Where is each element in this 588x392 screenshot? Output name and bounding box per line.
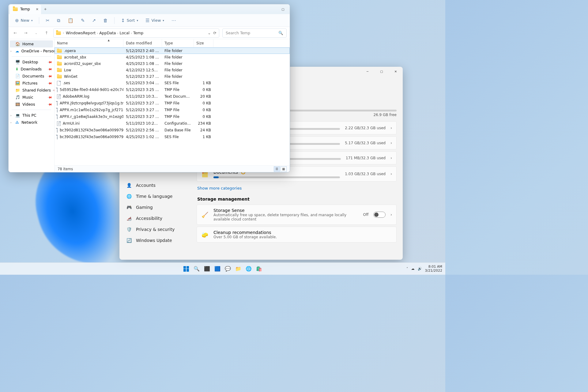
file-row[interactable]: APPX.m1c1wf0o1s292vp7g_jcf271g.tmp 5/12/… — [55, 107, 290, 113]
ellipsis-icon: ⋯ — [172, 18, 176, 23]
folder-icon — [57, 55, 62, 59]
tray-chevron-icon[interactable]: ˄ — [406, 267, 408, 271]
cleanup-recommendations-row[interactable]: 🧽 Cleanup recommendations Over 5.00 GB o… — [197, 227, 397, 243]
onedrive-tray-icon[interactable]: ☁ — [411, 267, 415, 271]
scissors-icon: ✂ — [46, 18, 50, 23]
sidebar-item[interactable]: 📄 Documents 📌 — [9, 73, 54, 80]
file-row[interactable]: acrord32_super_sbx 4/25/2023 1:08 AM Fil… — [55, 60, 290, 67]
sidebar-item-this-pc[interactable]: ›💻This PC — [9, 112, 54, 119]
settings-nav-item[interactable]: 🔄 Windows Update — [122, 235, 194, 246]
view-button[interactable]: ☰View▾ — [143, 16, 167, 25]
forward-button[interactable]: → — [22, 31, 29, 35]
file-row[interactable]: .ses 5/12/2023 3:04 AM SES File 1 KB — [55, 80, 290, 86]
sidebar-item[interactable]: 🖼️ Pictures 📌 — [9, 80, 54, 87]
settings-nav-item[interactable]: 🎮 Gaming — [122, 202, 194, 213]
cut-button[interactable]: ✂ — [43, 16, 52, 25]
file-row[interactable]: Low 4/12/2023 12:56 AM File folder — [55, 67, 290, 73]
sidebar-item-home[interactable]: 🏠Home — [10, 40, 53, 47]
file-row[interactable]: acrobat_sbx 4/25/2023 1:08 AM File folde… — [55, 54, 290, 60]
col-name[interactable]: ▲Name — [55, 39, 123, 47]
file-row[interactable]: ArmUI.ini 5/11/2023 10:26 PM Configurati… — [55, 120, 290, 127]
explorer-toolbar: ⊕New▾ ✂ ⧉ 📋 ✎ ↗ 🗑 ↕Sort▾ ☰View▾ ⋯ — [9, 14, 290, 27]
tab-close-button[interactable]: ✕ — [36, 7, 39, 11]
taskbar-edge[interactable]: 🌐 — [244, 265, 253, 273]
chat-button[interactable]: 💬 — [224, 265, 232, 273]
file-row[interactable]: 5d59528e-f0e0-44dd-9d01-e20c748d067f....… — [55, 86, 290, 93]
chevron-down-icon: ▾ — [163, 19, 164, 22]
file-row[interactable]: .opera 5/12/2023 2:40 AM File folder — [55, 47, 290, 54]
sidebar-item[interactable]: ⬇ Downloads 📌 — [9, 66, 54, 73]
sidebar-item-network[interactable]: ›🖧Network — [9, 119, 54, 126]
settings-nav-item[interactable]: 🛡️ Privacy & security — [122, 224, 194, 235]
taskbar-explorer[interactable]: 📁 — [234, 265, 243, 273]
sidebar-item[interactable]: 🎞️ Videos 📌 — [9, 101, 54, 108]
explorer-sidebar: 🏠Home ›☁OneDrive - Persona 🖥️ Desktop 📌 … — [9, 39, 55, 172]
sidebar-item-onedrive[interactable]: ›☁OneDrive - Persona — [9, 47, 54, 55]
settings-close-button[interactable]: ✕ — [389, 67, 403, 76]
taskbar-search-button[interactable]: 🔍 — [192, 265, 201, 273]
sort-icon: ↕ — [121, 18, 125, 23]
rename-button[interactable]: ✎ — [78, 16, 88, 25]
sidebar-item[interactable]: 📁 Shared Folders 📌 — [9, 87, 54, 94]
pin-icon: 📌 — [47, 95, 52, 100]
start-button[interactable] — [182, 265, 190, 273]
clock[interactable]: 8:01 AM 3/21/2022 — [425, 265, 442, 272]
file-row[interactable]: WinGet 5/12/2023 3:27 AM File folder — [55, 73, 290, 80]
file-row[interactable]: APPX.r_g1e8wj5aakk3e3v_m1ezg0h.tmp 5/12/… — [55, 113, 290, 120]
file-row[interactable]: bc3902d8132f43e3ae086a009979fa88.db.ses … — [55, 134, 290, 140]
more-button[interactable]: ⋯ — [169, 16, 179, 25]
paste-button[interactable]: 📋 — [65, 16, 76, 25]
breadcrumb-segment[interactable]: AppData — [99, 31, 116, 35]
file-row[interactable]: bc3902d8132f43e3ae086a009979fa88.db 5/12… — [55, 127, 290, 134]
copy-button[interactable]: ⧉ — [54, 16, 63, 25]
breadcrumb-segment[interactable]: Local — [119, 31, 129, 35]
col-type[interactable]: Type — [162, 39, 194, 47]
show-more-categories-link[interactable]: Show more categories — [197, 186, 242, 190]
details-view-button[interactable]: ☰ — [274, 166, 280, 172]
col-date[interactable]: Date modified — [123, 39, 162, 47]
settings-maximize-button[interactable]: ▢ — [375, 67, 389, 76]
explorer-tab[interactable]: Temp ✕ — [10, 4, 41, 14]
share-button[interactable]: ↗ — [89, 16, 99, 25]
search-input[interactable]: Search Temp 🔍 — [222, 28, 287, 38]
column-headers: ▲Name Date modified Type Size — [55, 39, 290, 47]
task-view-button[interactable]: ⬛ — [203, 265, 211, 273]
file-row[interactable]: APPX.j9ztcnpq8elvguqzl73jiqs1g.tmp 5/12/… — [55, 100, 290, 107]
sidebar-item[interactable]: 🎵 Music 📌 — [9, 94, 54, 101]
delete-button[interactable]: 🗑 — [100, 16, 111, 25]
col-size[interactable]: Size — [194, 39, 213, 47]
up-button[interactable]: ↑ — [43, 31, 50, 35]
pin-icon: 📌 — [47, 102, 52, 107]
taskbar-store[interactable]: 🛍️ — [255, 265, 263, 273]
new-button[interactable]: ⊕New▾ — [12, 16, 35, 25]
storage-sense-title: Storage Sense — [213, 208, 358, 213]
status-bar: 78 items ☰ ▦ — [55, 165, 290, 172]
volume-icon[interactable]: 🔊 — [418, 267, 422, 271]
breadcrumb[interactable]: › WindowsReport › AppData › Local › Temp… — [53, 28, 219, 38]
pin-icon: 📌 — [47, 66, 52, 71]
breadcrumb-segment[interactable]: Temp — [133, 31, 143, 35]
storage-management-header: Storage management — [197, 197, 397, 202]
new-tab-button[interactable]: ＋ — [41, 6, 50, 12]
settings-nav-item[interactable]: 👤 Accounts — [122, 180, 194, 190]
widgets-button[interactable]: 🟦 — [213, 265, 222, 273]
storage-sense-row[interactable]: 🧹 Storage Sense Automatically free up sp… — [197, 205, 397, 225]
dropdown-icon[interactable]: ⌄ — [208, 31, 211, 35]
settings-nav-item[interactable]: 🌐 Time & language — [122, 191, 194, 202]
paste-icon: 📋 — [68, 18, 74, 23]
refresh-button[interactable]: ⟳ — [213, 31, 217, 35]
storage-sense-toggle[interactable] — [373, 212, 386, 218]
back-button[interactable]: ← — [12, 31, 19, 35]
breadcrumb-segment[interactable]: WindowsReport — [66, 31, 96, 35]
recent-locations-button[interactable]: ⌄ — [32, 32, 40, 35]
sidebar-item[interactable]: 🖥️ Desktop 📌 — [9, 58, 54, 66]
file-row[interactable]: AdobeARM.log 5/11/2023 10:37 PM Text Doc… — [55, 93, 290, 100]
explorer-maximize-button[interactable]: ▢ — [276, 4, 290, 14]
nav-icon: 👤 — [126, 183, 132, 188]
sidebar-icon: 🎵 — [15, 95, 20, 100]
settings-minimize-button[interactable]: ─ — [360, 67, 375, 76]
thumbnails-view-button[interactable]: ▦ — [281, 166, 287, 172]
system-tray[interactable]: ˄ ☁ 🔊 8:01 AM 3/21/2022 — [406, 265, 445, 272]
sort-button[interactable]: ↕Sort▾ — [118, 16, 141, 25]
settings-nav-item[interactable]: 🦽 Accessibility — [122, 213, 194, 224]
